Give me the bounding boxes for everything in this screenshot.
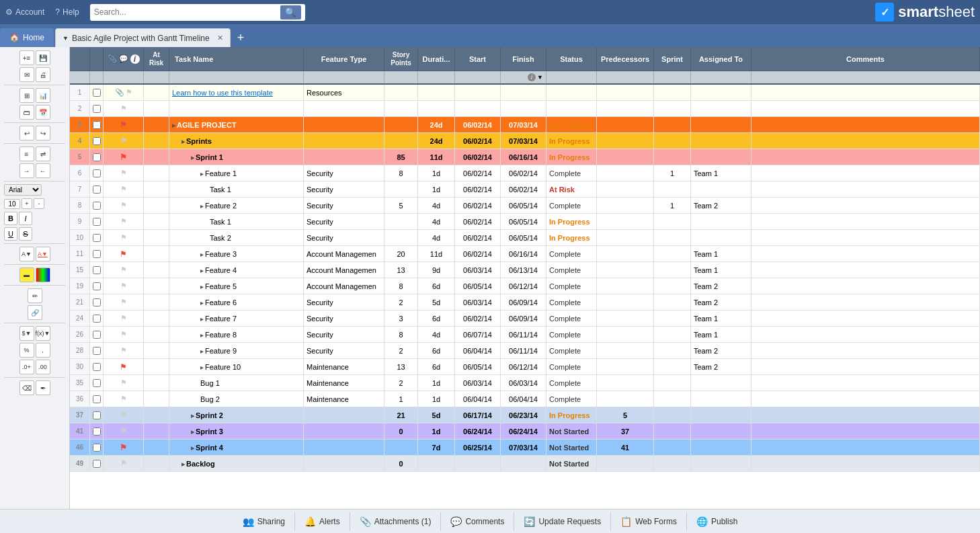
grid-view-button[interactable]: ⊞ — [19, 88, 34, 103]
search-input[interactable] — [94, 7, 278, 17]
pencil-button[interactable]: ✏ — [28, 288, 42, 303]
row-checkbox[interactable] — [90, 214, 104, 229]
collapse-icon[interactable]: ▸ — [200, 331, 204, 339]
table-row[interactable]: 9 ⚑ Task 1 Security 4d 06/02/14 06/05/14… — [70, 214, 980, 230]
currency-button[interactable]: $▼ — [19, 326, 34, 341]
checkbox-input[interactable] — [93, 186, 101, 194]
task-name-cell[interactable]: Task 1 — [169, 214, 304, 229]
collapse-icon[interactable]: ▸ — [200, 315, 204, 323]
collapse-icon[interactable]: ▸ — [200, 170, 204, 177]
task-name-cell[interactable]: Task 2 — [169, 230, 304, 245]
fill-color-button[interactable]: A▼ — [19, 247, 34, 261]
collapse-icon[interactable]: ▸ — [191, 444, 194, 452]
table-row[interactable]: 35 ⚑ Bug 1 Maintenance 2 1d 06/03/14 06/… — [70, 375, 980, 391]
row-checkbox[interactable] — [90, 101, 104, 116]
row-checkbox[interactable] — [90, 246, 104, 261]
collapse-icon[interactable]: ▸ — [200, 202, 204, 210]
table-row[interactable]: 10 ⚑ Task 2 Security 4d 06/02/14 06/05/1… — [70, 230, 980, 246]
task-name-cell[interactable]: ▸Feature 9 — [169, 343, 304, 358]
checkbox-input[interactable] — [93, 347, 101, 355]
checkbox-input[interactable] — [93, 169, 101, 177]
font-size-down[interactable]: - — [34, 198, 44, 209]
highlight-button[interactable]: ▬ — [19, 268, 34, 282]
task-name-cell[interactable]: ▸Feature 10 — [169, 359, 304, 374]
indent-button[interactable]: → — [19, 163, 34, 178]
checkbox-input[interactable] — [93, 218, 101, 226]
checkbox-input[interactable] — [93, 379, 101, 387]
row-checkbox[interactable] — [90, 456, 104, 471]
card-view-button[interactable]: 🗃 — [19, 105, 34, 120]
checkbox-input[interactable] — [93, 282, 101, 290]
table-row[interactable]: 6 ⚑ ▸Feature 1 Security 8 1d 06/02/14 06… — [70, 165, 980, 181]
print-button[interactable]: 🖨 — [36, 67, 50, 82]
bottom-tab-publish[interactable]: 🌐Publish — [687, 512, 747, 531]
save-button[interactable]: 💾 — [36, 50, 50, 65]
row-checkbox[interactable] — [90, 181, 104, 197]
task-name-cell[interactable]: ▸Sprints — [169, 133, 304, 149]
checkbox-input[interactable] — [93, 266, 101, 274]
text-color-button[interactable]: A▼ — [36, 247, 50, 261]
row-checkbox[interactable] — [90, 117, 104, 132]
row-checkbox[interactable] — [90, 359, 104, 374]
checkbox-input[interactable] — [93, 460, 101, 468]
row-checkbox[interactable] — [90, 149, 104, 165]
collapse-icon[interactable]: ▸ — [181, 460, 185, 468]
checkbox-input[interactable] — [93, 331, 101, 339]
undo-button[interactable]: ↩ — [19, 126, 34, 140]
task-name-cell[interactable]: ▸Feature 5 — [169, 278, 304, 294]
collapse-icon[interactable]: ▸ — [200, 251, 204, 258]
row-checkbox[interactable] — [90, 198, 104, 213]
formula-button[interactable]: f(x)▼ — [36, 326, 50, 341]
task-name-cell[interactable]: ▸Backlog — [169, 456, 304, 471]
table-row[interactable]: 15 ⚑ ▸Feature 4 Account Managemen 13 9d … — [70, 262, 980, 278]
collapse-icon[interactable]: ▸ — [191, 412, 194, 419]
row-checkbox[interactable] — [90, 391, 104, 407]
bottom-tab-web-forms[interactable]: 📋Web Forms — [611, 512, 687, 531]
table-row[interactable]: 49 ⚑ ▸Backlog 0 Not Started — [70, 456, 980, 472]
collapse-icon[interactable]: ▸ — [200, 347, 204, 355]
row-checkbox[interactable] — [90, 440, 104, 455]
row-checkbox[interactable] — [90, 165, 104, 181]
search-button[interactable]: 🔍 — [280, 5, 301, 19]
collapse-icon[interactable]: ▸ — [172, 122, 175, 129]
bottom-tab-sharing[interactable]: 👥Sharing — [233, 512, 295, 531]
help-menu[interactable]: ? Help — [55, 7, 79, 17]
table-row[interactable]: 41 ⚑ ▸Sprint 3 0 1d 06/24/14 06/24/14 No… — [70, 423, 980, 440]
checkbox-input[interactable] — [93, 153, 101, 161]
align-right-button[interactable]: ⇌ — [36, 147, 50, 161]
bold-button[interactable]: B — [4, 212, 17, 225]
table-row[interactable]: 28 ⚑ ▸Feature 9 Security 2 6d 06/04/14 0… — [70, 343, 980, 359]
collapse-icon[interactable]: ▸ — [191, 154, 194, 161]
task-name-cell[interactable]: ▸Sprint 3 — [169, 423, 304, 439]
table-row[interactable]: 8 ⚑ ▸Feature 2 Security 5 4d 06/02/14 06… — [70, 198, 980, 214]
table-row[interactable]: 19 ⚑ ▸Feature 5 Account Managemen 8 6d 0… — [70, 278, 980, 294]
row-checkbox[interactable] — [90, 85, 104, 100]
redo-button[interactable]: ↪ — [36, 126, 50, 140]
task-name-cell[interactable]: ▸Sprint 1 — [169, 149, 304, 165]
checkbox-input[interactable] — [93, 105, 101, 113]
checkbox-input[interactable] — [93, 234, 101, 242]
table-row[interactable]: 3 ⚑ ▸AGILE PROJECT 24d 06/02/14 07/03/14… — [70, 117, 980, 133]
table-row[interactable]: 21 ⚑ ▸Feature 6 Security 2 5d 06/03/14 0… — [70, 294, 980, 311]
table-row[interactable]: 24 ⚑ ▸Feature 7 Security 3 6d 06/02/14 0… — [70, 311, 980, 327]
decimal-increase[interactable]: .0+ — [19, 360, 34, 374]
checkbox-input[interactable] — [93, 395, 101, 403]
italic-button[interactable]: I — [19, 212, 32, 225]
checkbox-input[interactable] — [93, 444, 101, 452]
task-name-cell[interactable]: ▸Feature 2 — [169, 198, 304, 213]
task-name-cell[interactable]: ▸Feature 7 — [169, 311, 304, 326]
row-checkbox[interactable] — [90, 278, 104, 294]
new-row-button[interactable]: +≡ — [19, 50, 34, 65]
checkbox-input[interactable] — [93, 363, 101, 371]
collapse-icon[interactable]: ▸ — [200, 283, 204, 290]
strikethrough-button[interactable]: S — [19, 227, 32, 241]
home-tab[interactable]: 🏠 Home — [0, 28, 54, 47]
add-tab-button[interactable]: + — [232, 28, 250, 47]
learn-link[interactable]: Learn how to use this template — [172, 89, 273, 97]
font-size-up[interactable]: + — [22, 198, 32, 209]
checkbox-input[interactable] — [93, 411, 101, 419]
format-painter-button[interactable]: ✒ — [36, 380, 50, 395]
task-name-cell[interactable]: Bug 1 — [169, 375, 304, 391]
collapse-icon[interactable]: ▸ — [191, 428, 194, 436]
table-row[interactable]: 36 ⚑ Bug 2 Maintenance 1 1d 06/04/14 06/… — [70, 391, 980, 407]
